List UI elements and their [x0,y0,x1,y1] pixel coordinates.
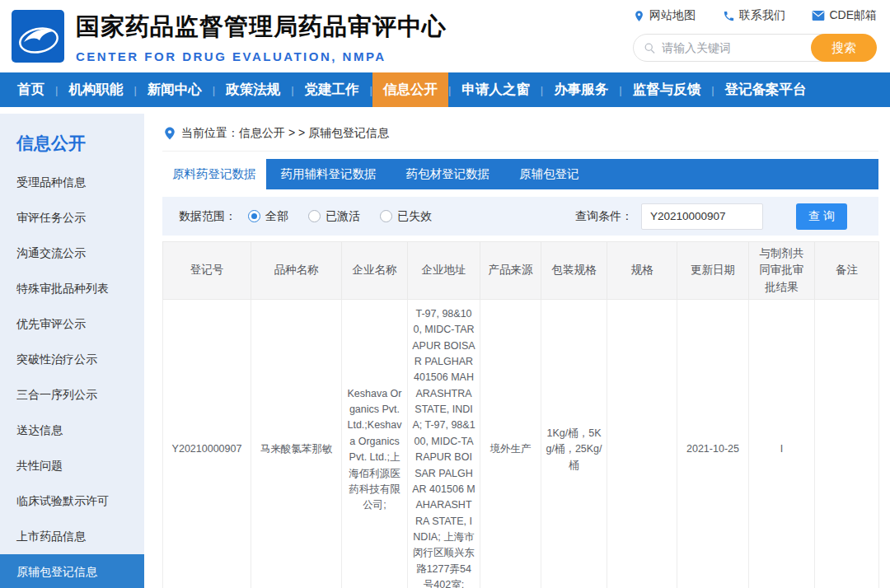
tab-api-registration[interactable]: 原料药登记数据 [162,159,266,189]
data-tabs: 原料药登记数据 药用辅料登记数据 药包材登记数据 原辅包登记 [162,159,878,189]
nav-item-supervision[interactable]: 监督与反馈 [622,72,712,107]
sidebar-item-priority-review[interactable]: 优先审评公示 [0,306,144,342]
mailbox-label: CDE邮箱 [829,8,877,23]
page-body: 信息公开 受理品种信息 审评任务公示 沟通交流公示 特殊审批品种列表 优先审评公… [0,107,890,588]
col-packaging-spec: 包装规格 [541,242,607,300]
nav-item-home[interactable]: 首页 [7,72,55,107]
col-company-name: 企业名称 [342,242,408,300]
scope-label: 数据范围： [179,209,237,224]
col-variety-name: 品种名称 [251,242,342,300]
nav-item-info-disclosure[interactable]: 信息公开 [372,72,448,107]
nav-item-applicant[interactable]: 申请人之窗 [451,72,541,107]
nav-item-functions[interactable]: 机构职能 [58,72,134,107]
radio-expired-control[interactable] [380,210,392,222]
page: 国家药品监督管理局药品审评中心 CENTER FOR DRUG EVALUATI… [0,0,890,588]
sidebar: 信息公开 受理品种信息 审评任务公示 沟通交流公示 特殊审批品种列表 优先审评公… [0,114,144,588]
col-product-source: 产品来源 [480,242,541,300]
sidebar-item-special-approval[interactable]: 特殊审批品种列表 [0,271,144,306]
tab-packaging-registration[interactable]: 药包材登记数据 [391,159,505,189]
sidebar-item-clinical-trial-license[interactable]: 临床试验默示许可 [0,483,144,519]
cell-company-name: Keshava Organics Pvt. Ltd.;Keshava Organ… [342,299,408,588]
location-pin-icon [164,127,176,140]
table-header-row: 登记号 品种名称 企业名称 企业地址 产品来源 包装规格 规格 更新日期 与制剂… [163,242,879,300]
radio-expired[interactable]: 已失效 [380,209,432,224]
cell-registration-no: Y20210000907 [163,299,251,588]
nav-item-services[interactable]: 办事服务 [543,72,619,107]
cell-remarks [815,299,879,588]
tab-raw-aux-pack[interactable]: 原辅包登记 [504,159,594,189]
col-spec: 规格 [607,242,677,300]
brand: 国家药品监督管理局药品审评中心 CENTER FOR DRUG EVALUATI… [76,11,447,63]
phone-icon [723,10,735,22]
query-input[interactable] [641,203,763,230]
sidebar-item-delivery-info[interactable]: 送达信息 [0,413,144,448]
col-company-address: 企业地址 [408,242,480,300]
col-update-date: 更新日期 [677,242,749,300]
radio-activated-control[interactable] [308,210,321,222]
nav-item-policy[interactable]: 政策法规 [215,72,291,107]
breadcrumb: 当前位置：信息公开 > > 原辅包登记信息 [162,114,878,152]
radio-activated-label: 已激活 [326,209,360,224]
site-subtitle: CENTER FOR DRUG EVALUATION, NMPA [76,49,447,63]
radio-activated[interactable]: 已激活 [308,209,360,224]
map-pin-icon [633,10,645,22]
cell-product-source: 境外生产 [480,299,541,588]
sitemap-link[interactable]: 网站地图 [633,8,696,23]
nav-item-party[interactable]: 党建工作 [294,72,370,107]
table-row: Y20210000907 马来酸氯苯那敏 Keshava Organics Pv… [163,299,879,588]
radio-expired-label: 已失效 [397,209,432,224]
sidebar-item-communication[interactable]: 沟通交流公示 [0,236,144,271]
col-joint-review-result: 与制剂共同审批审批结果 [749,242,815,300]
sidebar-item-common-issues[interactable]: 共性问题 [0,448,144,483]
mailbox-link[interactable]: CDE邮箱 [812,8,877,23]
registration-table: 登记号 品种名称 企业名称 企业地址 产品来源 包装规格 规格 更新日期 与制剂… [162,241,879,588]
sidebar-item-review-tasks[interactable]: 审评任务公示 [0,200,144,236]
search-box[interactable] [633,34,836,62]
sidebar-item-breakthrough-therapy[interactable]: 突破性治疗公示 [0,342,144,377]
mail-icon [812,10,825,21]
query-label: 查询条件： [575,209,633,224]
search-input[interactable] [662,41,802,54]
col-registration-no: 登记号 [163,242,251,300]
cell-joint-review-result: I [749,299,815,588]
col-remarks: 备注 [815,242,879,300]
sidebar-item-accepted-varieties[interactable]: 受理品种信息 [0,165,144,200]
radio-all-label: 全部 [265,209,288,224]
nav-item-registration-platform[interactable]: 登记备案平台 [714,72,817,107]
main-content: 当前位置：信息公开 > > 原辅包登记信息 原料药登记数据 药用辅料登记数据 药… [144,114,890,588]
cell-variety-name: 马来酸氯苯那敏 [251,299,342,588]
site-header: 国家药品监督管理局药品审评中心 CENTER FOR DRUG EVALUATI… [0,0,890,72]
contact-link[interactable]: 联系我们 [723,8,785,23]
search-button[interactable]: 搜索 [811,34,877,62]
cde-logo-icon [12,10,64,63]
site-title: 国家药品监督管理局药品审评中心 [76,11,447,44]
sidebar-title: 信息公开 [0,114,144,165]
site-search: 搜索 [633,34,877,62]
sitemap-label: 网站地图 [649,8,696,23]
cell-packaging-spec: 1Kg/桶，5Kg/桶，25Kg/桶 [541,299,607,588]
cell-update-date: 2021-10-25 [677,299,749,588]
nav-item-news[interactable]: 新闻中心 [137,72,213,107]
main-nav: 首页| 机构职能| 新闻中心| 政策法规| 党建工作| 信息公开| 申请人之窗|… [0,72,890,107]
breadcrumb-text: 当前位置：信息公开 > > 原辅包登记信息 [181,126,389,141]
contact-label: 联系我们 [739,8,785,23]
header-right: 网站地图 联系我们 CDE邮箱 搜索 [633,0,890,62]
search-icon [644,42,656,54]
cell-company-address: T-97, 98&100, MIDC-TARAPUR BOISAR PALGHA… [408,299,480,588]
radio-all[interactable]: 全部 [248,209,288,224]
sidebar-item-marketed-drugs[interactable]: 上市药品信息 [0,519,144,554]
tab-excipient-registration[interactable]: 药用辅料登记数据 [266,159,391,189]
radio-all-control[interactable] [248,210,260,222]
filter-bar: 数据范围： 全部 已激活 已失效 查询条件： 查 询 [162,197,878,236]
sidebar-item-raw-material-registration[interactable]: 原辅包登记信息 [0,554,144,588]
cell-spec [607,299,677,588]
query-button[interactable]: 查 询 [796,203,847,230]
sidebar-item-three-in-one[interactable]: 三合一序列公示 [0,377,144,413]
quick-links: 网站地图 联系我们 CDE邮箱 [633,8,877,23]
